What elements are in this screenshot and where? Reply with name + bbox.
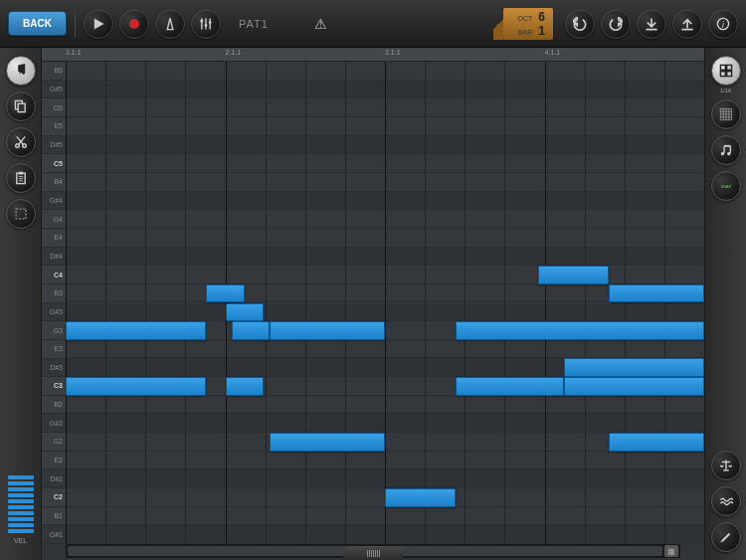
key-label: D#2	[42, 469, 66, 488]
svg-rect-21	[16, 209, 26, 219]
oct-value: 6	[538, 10, 545, 24]
velocity-meter[interactable]: VEL	[8, 475, 34, 544]
undo-icon	[573, 17, 587, 31]
pencil-tool[interactable]	[711, 522, 741, 552]
svg-point-5	[200, 19, 203, 22]
sliders-icon	[199, 17, 213, 31]
grid-size-tool[interactable]	[711, 99, 741, 129]
key-label: E5	[42, 117, 66, 136]
quantize-tool[interactable]	[711, 451, 741, 480]
expand-button[interactable]: ▦	[664, 545, 678, 557]
export-button[interactable]	[672, 9, 702, 39]
time-ruler[interactable]: 1.1.12.1.13.1.14.1.1	[42, 48, 704, 62]
paste-tool[interactable]	[6, 163, 36, 193]
midi-note[interactable]	[270, 321, 385, 340]
piano-roll: 1.1.12.1.13.1.14.1.1 B5G#5G5E5D#5C5B4G#4…	[42, 48, 704, 560]
select-tool[interactable]	[6, 199, 36, 229]
left-toolbar: VEL	[0, 48, 42, 560]
midi-note[interactable]	[456, 377, 564, 396]
key-label: E2	[42, 452, 66, 470]
warning-icon[interactable]: ⚠	[314, 16, 327, 32]
key-label: D#3	[42, 359, 66, 378]
info-icon: i	[716, 17, 730, 31]
snap-icon: SNAP	[719, 179, 733, 193]
clipboard-icon	[14, 171, 28, 185]
midi-note[interactable]	[609, 284, 704, 303]
midi-note[interactable]	[270, 433, 385, 452]
midi-note[interactable]	[609, 433, 704, 452]
bar-label: BAR	[518, 29, 532, 36]
midi-note[interactable]	[456, 321, 704, 340]
key-label: G#3	[42, 303, 66, 322]
pattern-name: PAT1	[239, 18, 269, 30]
right-toolbar: 1/16 SNAP	[704, 48, 746, 560]
key-label: C2	[42, 488, 66, 507]
key-label: G4	[42, 210, 66, 229]
svg-text:SNAP: SNAP	[720, 184, 731, 189]
record-button[interactable]	[119, 9, 149, 39]
back-button[interactable]: BACK	[8, 11, 67, 36]
play-button[interactable]	[84, 9, 113, 39]
midi-note[interactable]	[66, 321, 206, 340]
key-label: G3	[42, 321, 66, 340]
midi-note[interactable]	[226, 377, 265, 396]
undo-button[interactable]	[565, 9, 595, 39]
redo-button[interactable]	[601, 9, 631, 39]
key-labels: B5G#5G5E5D#5C5B4G#4G4E4D#4C4B3G#3G3E3D#3…	[42, 62, 66, 544]
midi-note[interactable]	[226, 303, 265, 322]
key-label: E3	[42, 340, 66, 359]
key-label: E4	[42, 229, 66, 248]
key-label: D#5	[42, 136, 66, 155]
svg-rect-23	[726, 65, 731, 70]
note-grid[interactable]	[66, 62, 704, 544]
copy-tool[interactable]	[6, 92, 36, 121]
music-note-icon	[14, 64, 28, 78]
key-label: G5	[42, 98, 66, 117]
svg-point-6	[204, 24, 207, 27]
scissors-icon	[14, 135, 28, 149]
midi-note[interactable]	[385, 488, 456, 507]
midi-note[interactable]	[66, 377, 206, 396]
key-label: C4	[42, 266, 66, 284]
midi-note[interactable]	[538, 266, 609, 284]
grid-size-label: 1/16	[720, 88, 732, 93]
top-toolbar: BACK PAT1 ⚠ OCT6 BAR1 i	[0, 0, 746, 48]
pencil-icon	[719, 530, 733, 544]
download-icon	[645, 17, 658, 31]
keyboard-tab[interactable]	[343, 546, 403, 560]
grid-view-tool[interactable]	[711, 56, 741, 86]
copy-icon	[14, 99, 28, 113]
svg-rect-24	[720, 72, 725, 77]
scales-icon	[719, 459, 733, 472]
key-label: B2	[42, 396, 66, 415]
key-label: D#4	[42, 248, 66, 267]
midi-note[interactable]	[564, 377, 704, 396]
wave-icon	[719, 494, 733, 508]
info-button[interactable]: i	[708, 9, 738, 39]
snap-tool[interactable]: SNAP	[711, 171, 741, 201]
svg-text:i: i	[722, 19, 725, 29]
record-icon	[127, 17, 141, 31]
redo-icon	[609, 17, 623, 31]
play-icon	[92, 17, 105, 31]
midi-note[interactable]	[232, 321, 271, 340]
upload-icon	[680, 17, 694, 31]
key-label: B1	[42, 507, 66, 526]
key-label: B3	[42, 284, 66, 303]
svg-rect-11	[18, 103, 25, 111]
grid-dense-icon	[719, 107, 733, 121]
wave-tool[interactable]	[711, 486, 741, 516]
notes-tool[interactable]	[6, 56, 36, 86]
oct-bar-indicator[interactable]: OCT6 BAR1	[503, 8, 553, 40]
key-label: G2	[42, 433, 66, 452]
svg-marker-0	[94, 18, 104, 29]
ruler-marker: 2.1.1	[226, 49, 242, 56]
import-button[interactable]	[637, 9, 666, 39]
metronome-button[interactable]	[155, 9, 185, 39]
midi-note[interactable]	[206, 284, 245, 303]
midi-note[interactable]	[564, 358, 704, 377]
note-length-tool[interactable]	[711, 135, 741, 165]
key-label: B4	[42, 173, 66, 192]
mixer-button[interactable]	[191, 9, 221, 39]
cut-tool[interactable]	[6, 127, 36, 157]
